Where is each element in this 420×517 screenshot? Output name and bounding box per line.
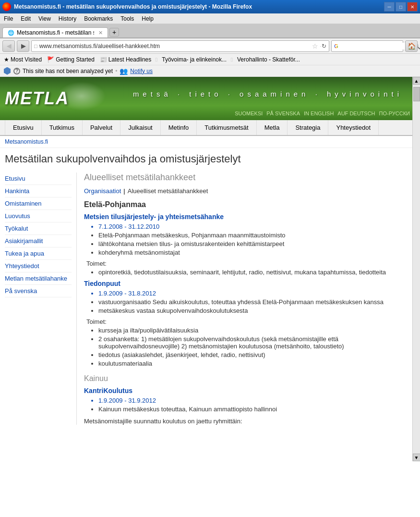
bookmark-getting-started[interactable]: 🚩 Getting Started	[46, 56, 96, 63]
org-nav-link[interactable]: Organisaatiot	[84, 187, 121, 195]
bookmark-label-latest-headlines: Latest Headlines	[108, 56, 151, 63]
sidebar-luovutus[interactable]: Luovutus	[5, 210, 72, 222]
back-button[interactable]: ◀	[2, 40, 15, 52]
bookmark-latest-headlines[interactable]: 📰 Latest Headlines	[98, 56, 153, 63]
tab-bar: 🌐 Metsanomistus.fi - metsätilan suku... …	[0, 24, 420, 38]
project-tiedonpuut-actions: kursseja ja ilta/puolipäivätilaisuuksia …	[98, 327, 408, 367]
nav-yhteystiedot[interactable]: Yhteystiedot	[328, 120, 379, 135]
notify-us-link[interactable]: Notify us	[130, 68, 153, 74]
search-input[interactable]	[340, 43, 412, 49]
bookmark-separator-1: ▯	[155, 57, 158, 62]
scroll-down-button[interactable]: ▼	[413, 454, 420, 461]
bookmark-star-icon[interactable]: ☆	[312, 42, 318, 50]
sidebar-asiakirjamallit[interactable]: Asiakirjamallit	[5, 235, 72, 247]
project-tilusjarjestely-bullets: 7.1.2008 - 31.12.2010 Etelä-Pohjanmaan m…	[98, 223, 408, 256]
project-tiedonpuut[interactable]: Tiedonpuut	[84, 280, 408, 287]
list-item: 1.9.2009 - 31.9.2012	[98, 397, 408, 404]
region-kainuu: Kainuu	[84, 374, 408, 383]
actions-label-2: Toimet:	[86, 318, 408, 325]
menu-history[interactable]: History	[57, 15, 78, 22]
list-item: metsäkeskus vastaa sukupolvenvaihdoskoul…	[98, 307, 408, 314]
sidebar-tyokalut[interactable]: Työkalut	[5, 222, 72, 235]
active-tab[interactable]: 🌐 Metsanomistus.fi - metsätilan suku... …	[2, 27, 108, 37]
main-content: Alueelliset metsätilahankkeet Organisaat…	[84, 172, 408, 425]
menu-view[interactable]: View	[37, 15, 52, 22]
window-controls: ─ □ ✕	[384, 2, 418, 12]
minimize-button[interactable]: ─	[384, 2, 395, 12]
menu-tools[interactable]: Tools	[119, 15, 135, 22]
bookmark-verohallinto[interactable]: Verohallinto - Skatteför...	[236, 56, 301, 63]
bookmark-most-visited[interactable]: ★ Most Visited	[2, 56, 43, 63]
project-kantrikoulutus[interactable]: KantriKoulutus	[84, 387, 408, 394]
sidebar-yhteystiedot[interactable]: Yhteystiedot	[5, 260, 72, 272]
maximize-button[interactable]: □	[396, 2, 406, 12]
bookmarks-bar: ★ Most Visited 🚩 Getting Started 📰 Lates…	[0, 54, 420, 65]
site-slogan: metsä · tieto · osaaminen · hyvinvointi	[133, 90, 403, 98]
menu-file[interactable]: File	[2, 15, 14, 22]
help-icon[interactable]: ?	[13, 68, 20, 74]
lang-english[interactable]: IN ENGLISH	[304, 111, 334, 116]
project-kantrikoulutus-bullets: 1.9.2009 - 31.9.2012 Kainuun metsäkeskus…	[98, 397, 408, 413]
new-tab-button[interactable]: +	[109, 28, 119, 37]
nav-etusivu[interactable]: Etusivu	[5, 120, 42, 135]
region-etela-pohjanmaa: Etelä-Pohjanmaa	[84, 200, 408, 209]
tab-close-icon[interactable]: ✕	[98, 30, 103, 36]
breadcrumb: Metsanomistus.fi	[0, 136, 412, 148]
forward-button[interactable]: ▶	[17, 40, 29, 52]
sidebar-omistaminen[interactable]: Omistaminen	[5, 197, 72, 210]
content-area: Etusivu Hankinta Omistaminen Luovutus Ty…	[0, 168, 412, 430]
bookmark-label-verohallinto: Verohallinto - Skatteför...	[237, 56, 300, 63]
sidebar-etusivu[interactable]: Etusivu	[5, 172, 72, 185]
org-nav-current: Alueelliset metsätilahankkeet	[128, 187, 208, 195]
menu-help[interactable]: Help	[140, 15, 155, 22]
getting-started-icon: 🚩	[47, 56, 54, 63]
language-bar: SUOMEKSI PÅ SVENSKA IN ENGLISH AUF DEUTS…	[235, 111, 410, 116]
menu-edit[interactable]: Edit	[19, 15, 32, 22]
list-item: Etelä-Pohjanmaan metsäkeskus, Pohjanmaan…	[98, 232, 408, 239]
menu-bookmarks[interactable]: Bookmarks	[83, 15, 114, 22]
nav-palvelut[interactable]: Palvelut	[83, 120, 120, 135]
close-button[interactable]: ✕	[407, 2, 418, 12]
sidebar-metlan-metsatilahanke[interactable]: Metlan metsätilahanke	[5, 272, 72, 285]
project-tilusjarjestely-actions: opintoretkiä, tiedotustilaisuuksia, semi…	[98, 269, 408, 276]
list-item: vastuuorganisaatio Sedu aikuiskoulutus, …	[98, 298, 408, 306]
title-bar: Metsanomistus.fi - metsätilan sukupolven…	[0, 0, 420, 13]
sidebar-tukea-ja-apua[interactable]: Tukea ja apua	[5, 247, 72, 260]
list-item: tiedotus (asiakaslehdet, jäsenkirjeet, l…	[98, 351, 408, 358]
main-nav: Etusivu Tutkimus Palvelut Julkaisut Meti…	[0, 120, 412, 136]
list-item: kohderyhmä metsänomistajat	[98, 249, 408, 256]
scroll-up-button[interactable]: ▲	[413, 77, 420, 85]
nav-tutkimus[interactable]: Tutkimus	[42, 120, 83, 135]
list-item: Kainuun metsäkeskus toteuttaa, Kainuun a…	[98, 406, 408, 413]
reload-button[interactable]: ↻	[322, 43, 326, 49]
nav-strategia[interactable]: Strategia	[288, 120, 328, 135]
list-item: 2 osahanketta: 1) metsätilojen sukupolve…	[98, 335, 408, 350]
sidebar-hankinta[interactable]: Hankinta	[5, 185, 72, 197]
search-box[interactable]: G 🔍	[331, 40, 403, 52]
nav-tutkimusmetsat[interactable]: Tutkimusmetsät	[197, 120, 256, 135]
url-bar[interactable]: □ www.metsanomistus.fi/alueelliset-hankk…	[31, 40, 329, 52]
project-tilusjarjestely[interactable]: Metsien tilusjärjestely- ja yhteismetsäh…	[84, 213, 408, 221]
nav-metinfo[interactable]: Metinfo	[161, 120, 197, 135]
lang-deutsch[interactable]: AUF DEUTSCH	[337, 111, 375, 116]
org-nav: Organisaatiot | Alueelliset metsätilahan…	[84, 187, 408, 195]
status-dot: •	[115, 68, 117, 74]
tab-title: Metsanomistus.fi - metsätilan suku...	[17, 29, 94, 36]
site-logo[interactable]: METLA	[5, 88, 69, 109]
scrollbar-right: ▲ ▼	[412, 77, 420, 461]
bookmark-label-tyovoima: Työvoima- ja elinkeinok...	[162, 56, 227, 63]
nav-metla[interactable]: Metla	[257, 120, 288, 135]
nav-julkaisut[interactable]: Julkaisut	[120, 120, 161, 135]
lang-russian[interactable]: ПО-РУССКИ	[379, 111, 410, 116]
bookmark-tyovoima[interactable]: Työvoima- ja elinkeinok...	[160, 56, 228, 63]
home-button[interactable]: 🏠	[405, 40, 418, 52]
org-nav-separator: |	[123, 187, 125, 195]
scroll-thumb[interactable]	[413, 87, 420, 101]
website: METLA metsä · tieto · osaaminen · hyvinv…	[0, 77, 412, 461]
lang-svenska[interactable]: PÅ SVENSKA	[266, 111, 300, 116]
bookmark-separator-2: ▯	[230, 57, 233, 62]
tab-favicon: 🌐	[8, 30, 14, 36]
breadcrumb-link[interactable]: Metsanomistus.fi	[5, 138, 48, 145]
sidebar-pa-svenska[interactable]: På svenska	[5, 285, 72, 297]
lang-suomeksi[interactable]: SUOMEKSI	[235, 111, 263, 116]
